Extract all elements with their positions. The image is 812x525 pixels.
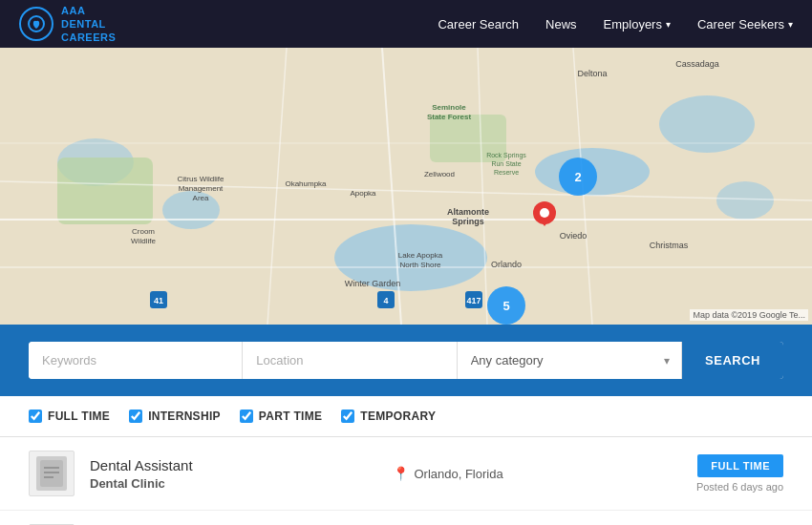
filter-temporary[interactable]: TEMPORARY	[341, 410, 436, 423]
filter-part-time-label: PART TIME	[259, 410, 322, 423]
svg-text:Seminole: Seminole	[432, 103, 466, 112]
svg-point-5	[659, 95, 755, 153]
map-container: 4 417 41 Altamonte Springs Orlando Ovied…	[0, 48, 812, 325]
svg-text:Winter Garden: Winter Garden	[345, 279, 401, 288]
svg-point-3	[162, 191, 220, 229]
location-pin-icon-1: 📍	[393, 466, 409, 481]
svg-text:Cassadaga: Cassadaga	[675, 59, 719, 69]
logo: AAA DENTAL CAREERS	[19, 4, 116, 45]
job-listings: Dental Assistant Dental Clinic 📍 Orlando…	[0, 437, 812, 525]
search-button[interactable]: SEARCH	[682, 342, 783, 379]
svg-text:Zellwood: Zellwood	[424, 170, 455, 178]
filter-part-time[interactable]: PART TIME	[240, 410, 322, 423]
job-badge-1: FULL TIME	[697, 454, 783, 477]
svg-text:417: 417	[466, 296, 481, 305]
filter-internship-label: INTERNSHIP	[148, 410, 221, 423]
svg-text:Springs: Springs	[452, 217, 484, 226]
svg-text:Management: Management	[179, 184, 224, 193]
job-info-1: Dental Assistant Dental Clinic	[90, 457, 377, 491]
svg-text:Apopka: Apopka	[350, 189, 376, 198]
svg-text:41: 41	[154, 296, 163, 305]
svg-text:Altamonte: Altamonte	[447, 207, 489, 217]
svg-rect-8	[57, 158, 153, 224]
job-posted-1: Posted 6 days ago	[696, 481, 783, 493]
nav-employers[interactable]: Employers ▾	[604, 17, 671, 32]
svg-text:Area: Area	[193, 194, 209, 202]
job-company-1: Dental Clinic	[90, 476, 377, 491]
job-title-1: Dental Assistant	[90, 457, 377, 473]
employers-chevron-icon: ▾	[666, 19, 671, 30]
job-logo-1	[29, 451, 75, 496]
job-logo-inner-1	[36, 456, 67, 491]
svg-text:Orlando: Orlando	[491, 260, 522, 269]
search-section: Any category Dental Assistant Dental Hyg…	[0, 325, 812, 396]
svg-text:North Shore: North Shore	[399, 261, 441, 269]
table-row[interactable]: Dental Assistant(s) Katsur Management Gr…	[0, 511, 812, 525]
nav-career-seekers[interactable]: Career Seekers ▾	[697, 17, 793, 32]
header: AAA DENTAL CAREERS Career Search News Em…	[0, 0, 812, 48]
svg-text:State Forest: State Forest	[427, 113, 472, 121]
svg-text:Lake Apopka: Lake Apopka	[398, 251, 443, 260]
svg-text:Reserve: Reserve	[494, 169, 519, 176]
filter-internship-checkbox[interactable]	[129, 410, 142, 423]
svg-text:5: 5	[502, 299, 509, 313]
map-credit: Map data ©2019 Google Te...	[690, 309, 808, 321]
svg-text:Rock Springs: Rock Springs	[486, 152, 526, 159]
svg-text:Wildlife: Wildlife	[131, 237, 156, 245]
svg-text:Croom: Croom	[132, 227, 155, 236]
filter-internship[interactable]: INTERNSHIP	[129, 410, 221, 423]
svg-text:2: 2	[574, 170, 581, 184]
logo-icon	[19, 7, 53, 41]
keywords-input[interactable]	[29, 342, 243, 379]
filter-part-time-checkbox[interactable]	[240, 410, 253, 423]
svg-text:Okahumpka: Okahumpka	[285, 179, 327, 188]
search-bar: Any category Dental Assistant Dental Hyg…	[29, 342, 783, 379]
logo-text: AAA DENTAL CAREERS	[61, 4, 116, 45]
filter-temporary-checkbox[interactable]	[341, 410, 354, 423]
filter-full-time-checkbox[interactable]	[29, 410, 42, 423]
svg-text:Citrus Wildlife: Citrus Wildlife	[178, 175, 224, 183]
location-input[interactable]	[243, 342, 457, 379]
svg-text:Oviedo: Oviedo	[560, 231, 588, 241]
filter-full-time-label: FULL TIME	[48, 410, 110, 423]
category-select[interactable]: Any category Dental Assistant Dental Hyg…	[458, 342, 681, 379]
main-nav: Career Search News Employers ▾ Career Se…	[438, 17, 793, 32]
svg-text:Christmas: Christmas	[650, 241, 689, 250]
filter-section: FULL TIME INTERNSHIP PART TIME TEMPORARY	[0, 396, 812, 437]
svg-text:4: 4	[383, 296, 388, 305]
job-badge-area-1: FULL TIME Posted 6 days ago	[696, 454, 783, 493]
table-row[interactable]: Dental Assistant Dental Clinic 📍 Orlando…	[0, 437, 812, 511]
nav-news[interactable]: News	[545, 17, 577, 32]
career-seekers-chevron-icon: ▾	[788, 19, 793, 30]
job-location-1: 📍 Orlando, Florida	[393, 466, 680, 481]
nav-career-search[interactable]: Career Search	[438, 17, 519, 32]
svg-text:Run State: Run State	[491, 160, 521, 167]
filter-full-time[interactable]: FULL TIME	[29, 410, 110, 423]
svg-text:Deltona: Deltona	[577, 69, 607, 78]
svg-point-6	[716, 181, 774, 220]
filter-temporary-label: TEMPORARY	[360, 410, 436, 423]
svg-rect-54	[40, 460, 63, 487]
category-select-wrapper: Any category Dental Assistant Dental Hyg…	[458, 342, 682, 379]
svg-point-48	[540, 208, 549, 218]
